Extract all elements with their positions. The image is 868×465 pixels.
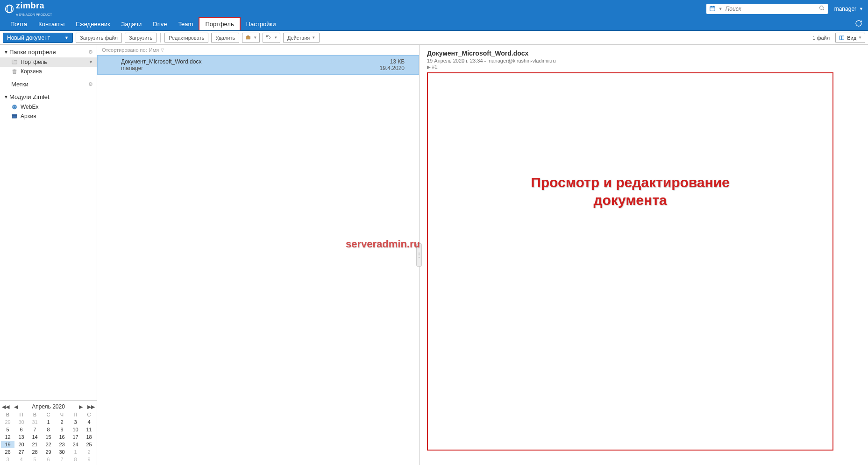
cal-day[interactable]: 6 [42, 456, 55, 463]
cal-prev-year[interactable]: ◀◀ [1, 404, 10, 410]
new-document-button[interactable]: Новый документ ▼ [3, 33, 73, 43]
cal-day[interactable]: 3 [1, 456, 14, 463]
cal-day[interactable]: 2 [82, 448, 96, 456]
cal-day[interactable]: 9 [82, 456, 96, 463]
svg-point-9 [267, 36, 268, 37]
cal-day[interactable]: 29 [1, 418, 14, 426]
nav-tab-team[interactable]: Team [173, 18, 199, 30]
sidebar-zimlets-header[interactable]: ▼ Модули Zimlet [0, 92, 97, 102]
sort-header[interactable]: Отсортировано по: Имя ▽ [97, 45, 419, 55]
nav-tab-drive[interactable]: Drive [147, 18, 172, 30]
sidebar-item-корзина[interactable]: Корзина [0, 67, 97, 76]
cal-day[interactable]: 10 [69, 426, 82, 433]
sidebar-folders-header[interactable]: ▼ Папки портфеля ⚙ [0, 47, 97, 57]
sidebar-zimlet-webex[interactable]: WebEx [0, 102, 97, 112]
cal-day[interactable]: 24 [69, 441, 82, 448]
gear-icon[interactable]: ⚙ [88, 49, 93, 55]
cal-day[interactable]: 30 [55, 448, 69, 456]
cal-next-month[interactable]: ▶ [78, 404, 84, 410]
move-button[interactable]: ▼ [242, 33, 260, 43]
cal-day[interactable]: 20 [14, 441, 28, 448]
search-box[interactable]: ▼ [706, 4, 828, 14]
collapse-icon: ▼ [4, 94, 9, 99]
cal-day[interactable]: 12 [1, 433, 14, 441]
svg-point-6 [819, 6, 823, 10]
document-title: Документ_Microsoft_Word.docx [427, 49, 861, 57]
cal-day[interactable]: 17 [69, 433, 82, 441]
cal-day[interactable]: 1 [69, 448, 82, 456]
nav-tab-контакты[interactable]: Контакты [33, 18, 70, 30]
cal-next-year[interactable]: ▶▶ [86, 404, 96, 410]
cal-day[interactable]: 18 [82, 433, 96, 441]
cal-dow: С [42, 411, 55, 418]
document-preview-frame: Просмотр и редактирование документа [427, 72, 833, 451]
cal-day[interactable]: 6 [14, 426, 28, 433]
cal-day[interactable]: 8 [42, 426, 55, 433]
cal-day[interactable]: 7 [55, 456, 69, 463]
cal-day[interactable]: 5 [28, 456, 42, 463]
cal-day[interactable]: 4 [14, 456, 28, 463]
cal-day[interactable]: 1 [42, 418, 55, 426]
cal-day[interactable]: 19 [1, 441, 14, 448]
trash-icon [11, 68, 18, 75]
sidebar-item-портфель[interactable]: Портфель▼ [0, 57, 97, 67]
nav-tab-настройки[interactable]: Настройки [241, 18, 282, 30]
cal-day[interactable]: 3 [69, 418, 82, 426]
preview-panel: Документ_Microsoft_Word.docx 19 Апрель 2… [420, 45, 868, 465]
svg-rect-13 [12, 115, 16, 118]
edit-button[interactable]: Редактировать [164, 33, 208, 43]
new-document-label: Новый документ [7, 35, 50, 41]
file-date: 19.4.2020 [380, 65, 405, 71]
cal-day[interactable]: 8 [69, 456, 82, 463]
tag-button[interactable]: ▼ [263, 33, 280, 43]
cal-day[interactable]: 11 [82, 426, 96, 433]
nav-tab-ежедневник[interactable]: Ежедневник [70, 18, 115, 30]
chevron-down-icon: ▼ [312, 35, 315, 40]
cal-day[interactable]: 9 [55, 426, 69, 433]
actions-button[interactable]: Действия ▼ [283, 33, 320, 43]
nav-tab-задачи[interactable]: Задачи [116, 18, 148, 30]
search-filter-caret-icon[interactable]: ▼ [719, 7, 723, 11]
sidebar-tags-header[interactable]: Метки ⚙ [0, 79, 97, 90]
user-menu[interactable]: manager ▼ [834, 6, 863, 12]
sidebar-zimlet-архив[interactable]: Архив [0, 112, 97, 121]
cal-day[interactable]: 15 [42, 433, 55, 441]
svg-rect-2 [710, 6, 715, 10]
cal-day[interactable]: 26 [1, 448, 14, 456]
cal-day[interactable]: 2 [55, 418, 69, 426]
cal-day[interactable]: 4 [82, 418, 96, 426]
main-nav: ПочтаКонтактыЕжедневникЗадачиDriveTeamПо… [0, 18, 868, 31]
brand-text: zimbra [16, 1, 44, 10]
view-switcher[interactable]: Вид ▼ [835, 33, 865, 43]
cal-prev-month[interactable]: ◀ [13, 404, 19, 410]
cal-day[interactable]: 25 [82, 441, 96, 448]
cal-day[interactable]: 7 [28, 426, 42, 433]
cal-day[interactable]: 23 [55, 441, 69, 448]
nav-tab-портфель[interactable]: Портфель [199, 17, 240, 30]
delete-button[interactable]: Удалить [211, 33, 239, 43]
upload-file-button[interactable]: Загрузить файл [76, 33, 122, 43]
collapse-icon: ▼ [4, 49, 9, 55]
upload-button[interactable]: Загрузить [125, 33, 157, 43]
cal-day[interactable]: 30 [14, 418, 28, 426]
search-icon[interactable] [819, 5, 825, 13]
nav-tab-почта[interactable]: Почта [5, 18, 33, 30]
refresh-icon[interactable] [855, 20, 862, 29]
cal-day[interactable]: 16 [55, 433, 69, 441]
cal-day[interactable]: 31 [28, 418, 42, 426]
gear-icon[interactable]: ⚙ [88, 81, 93, 87]
cal-day[interactable]: 21 [28, 441, 42, 448]
chevron-down-icon: ▼ [89, 60, 93, 64]
briefcase-icon [245, 35, 251, 41]
cal-day[interactable]: 14 [28, 433, 42, 441]
search-input[interactable] [726, 6, 816, 12]
cal-day[interactable]: 13 [14, 433, 28, 441]
cal-day[interactable]: 27 [14, 448, 28, 456]
file-row[interactable]: Документ_Microsoft_Word.docx13 КБmanager… [97, 55, 419, 75]
cal-day[interactable]: 29 [42, 448, 55, 456]
cal-day[interactable]: 5 [1, 426, 14, 433]
cal-dow: В [28, 411, 42, 418]
cal-day[interactable]: 28 [28, 448, 42, 456]
document-marker: ▶ #1: [427, 64, 861, 70]
cal-day[interactable]: 22 [42, 441, 55, 448]
